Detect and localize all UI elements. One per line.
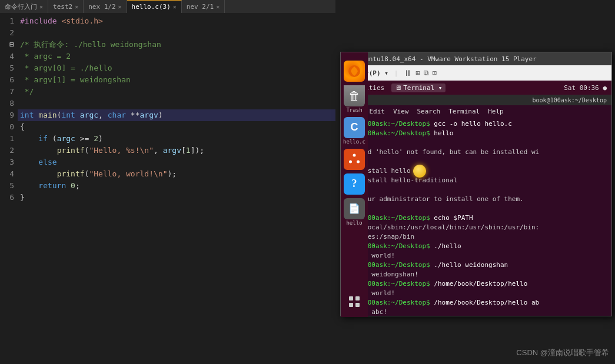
code-line: */ [18, 86, 335, 98]
ubuntu-icon [344, 149, 365, 170]
watermark: CSDN @潼南说唱歌手管希 [516, 348, 609, 358]
t-line: book@100ask:~/Desktop$ ./hello [344, 242, 608, 251]
grid-icon [344, 291, 365, 312]
code-line: if (argc >= 2) [18, 133, 335, 145]
ubuntu-menubar: File Edit View Search Terminal Help [341, 105, 611, 117]
sidebar-item-grid[interactable] [344, 291, 365, 312]
t-line: book@100ask:~/Desktop$ /home/book/Deskto… [344, 279, 608, 289]
line-numbers: 1 2 ⊟ 4 5 6 7 8 9 0 1 2 3 4 5 6 [0, 13, 18, 364]
trash-label: Trash [346, 107, 362, 113]
t-line: Hello, world! [344, 289, 608, 298]
code-line: return 0; [18, 180, 335, 192]
tab-label: hello.c(3) [132, 3, 171, 11]
tab-label: nev 2/1 [187, 3, 214, 11]
code-line: printf("Hello, %s!\n", argv[1]); [18, 145, 335, 156]
terminal-label: Terminal ▾ [403, 84, 442, 92]
ubuntu-sidebar: 🗑 Trash C hello.c ? 📄 hello [341, 81, 368, 316]
time-display: Sat 00:36 [564, 84, 599, 92]
unity-btn[interactable]: ⊡ [433, 69, 437, 77]
tab-hello-c[interactable]: hello.c(3) ✕ [127, 0, 182, 13]
t-line: book@100ask:~/Desktop$ gcc -o hello hell… [344, 119, 608, 129]
t-line: al/games:/snap/bin [344, 232, 608, 242]
menu-terminal[interactable]: Terminal [448, 108, 480, 115]
ubuntu-topbar: Activities 🖥 Terminal ▾ Sat 00:36 ● [341, 81, 611, 95]
code-line: #include <stdio.h> [18, 15, 335, 27]
close-icon[interactable]: ✕ [173, 4, 177, 10]
cfile-icon: C [344, 117, 365, 138]
menu-help[interactable]: Help [488, 108, 504, 115]
code-line: /* 执行命令: ./hello weidongshan [18, 39, 335, 51]
t-line: apt install hello [344, 166, 608, 176]
close-icon[interactable]: ✕ [216, 4, 220, 10]
cfile-label: hello.c [343, 139, 365, 145]
system-indicators: ● [603, 84, 607, 92]
topbar-right: Sat 00:36 ● [564, 84, 607, 92]
sidebar-item-help[interactable]: ? [344, 173, 365, 195]
t-line [344, 138, 608, 148]
sidebar-item-firefox[interactable] [344, 81, 365, 82]
send-ctrl-btn[interactable]: ⊞ [415, 69, 420, 77]
menu-view[interactable]: View [393, 108, 409, 115]
svg-rect-8 [355, 303, 360, 307]
t-line: Hello, weidongshan! [344, 270, 608, 279]
code-line: * argc = 2 [18, 51, 335, 62]
t-line: Hello, world! [344, 251, 608, 261]
menu-edit[interactable]: Edit [370, 108, 385, 115]
t-line: book@100ask:~/Desktop$ ./hello weidongsh… [344, 261, 608, 270]
svg-point-2 [353, 153, 356, 156]
sidebar-item-hello[interactable]: 📄 hello [344, 198, 365, 226]
vmware-toolbar: Player(P) ▾ | ⏸ ⊞ ⧉ ⊡ [341, 65, 611, 81]
svg-rect-6 [355, 296, 360, 300]
close-icon[interactable]: ✕ [39, 4, 43, 10]
t-line: Command 'hello' not found, but can be in… [344, 148, 608, 157]
t-line: apt install hello-traditional [344, 176, 608, 185]
terminal-content[interactable]: book@100ask:~/Desktop$ gcc -o hello hell… [341, 117, 611, 316]
svg-point-3 [357, 160, 360, 163]
sidebar-item-helloc[interactable]: C hello.c [343, 117, 365, 145]
t-line [344, 157, 608, 166]
vmware-window: ubuntu18.04_x64 - VMware Workstation 15 … [340, 52, 612, 316]
t-line: Ask your administrator to install one of… [344, 195, 608, 204]
code-line [18, 27, 335, 39]
tab-nex[interactable]: nex 1/2 ✕ [84, 0, 127, 13]
code-container: 1 2 ⊟ 4 5 6 7 8 9 0 1 2 3 4 5 6 #include… [0, 13, 335, 364]
tab-label: 命令行入门 [5, 2, 37, 11]
terminal-menu-btn[interactable]: 🖥 Terminal ▾ [391, 84, 446, 92]
code-line: { [18, 121, 335, 133]
yellow-dot [413, 165, 426, 178]
fullscreen-btn[interactable]: ⧉ [424, 69, 429, 77]
svg-point-4 [349, 160, 352, 163]
code-line: int main(int argc, char **argv) [18, 109, 335, 121]
help-icon: ? [344, 173, 365, 195]
sidebar-item-ubuntu-soft[interactable] [344, 149, 365, 170]
t-line: /usr/local/sbin:/usr/local/bin:/usr/sbin… [344, 223, 608, 232]
t-line [344, 204, 608, 213]
close-icon[interactable]: ✕ [75, 4, 78, 10]
hello-exec-icon: 📄 [344, 198, 365, 219]
tab-nev[interactable]: nev 2/1 ✕ [182, 0, 225, 13]
hello-label: hello [346, 220, 362, 226]
vmware-title-text: ubuntu18.04_x64 - VMware Workstation 15 … [357, 55, 537, 63]
pause-btn[interactable]: ⏸ [404, 68, 412, 78]
editor-area: 命令行入门 ✕ test2 ✕ nex 1/2 ✕ hello.c(3) ✕ n… [0, 0, 335, 364]
code-line: else [18, 156, 335, 168]
trash-icon: 🗑 [344, 85, 365, 106]
code-line: * argv[1] = weidongshan [18, 74, 335, 86]
code-line: } [18, 192, 335, 203]
terminal-body: 🗑 Trash C hello.c ? 📄 hello [341, 81, 611, 316]
tab-test2[interactable]: test2 ✕ [48, 0, 84, 13]
tab-cmd[interactable]: 命令行入门 ✕ [0, 0, 48, 13]
terminal-icon-small: 🖥 [395, 84, 401, 92]
vmware-title-bar: ubuntu18.04_x64 - VMware Workstation 15 … [341, 52, 611, 65]
code-line [18, 98, 335, 109]
t-line: Hello, abc! [344, 308, 608, 316]
sidebar-item-trash[interactable]: 🗑 Trash [344, 85, 365, 113]
svg-rect-5 [349, 296, 353, 300]
firefox-icon [344, 81, 365, 82]
code-line: printf("Hello, world!\n"); [18, 168, 335, 180]
t-line [344, 185, 608, 195]
t-line: book@100ask:~/Desktop$ /home/book/Deskto… [344, 298, 608, 308]
close-icon[interactable]: ✕ [118, 4, 122, 10]
menu-search[interactable]: Search [417, 108, 441, 115]
code-line: * argv[0] = ./hello [18, 62, 335, 74]
